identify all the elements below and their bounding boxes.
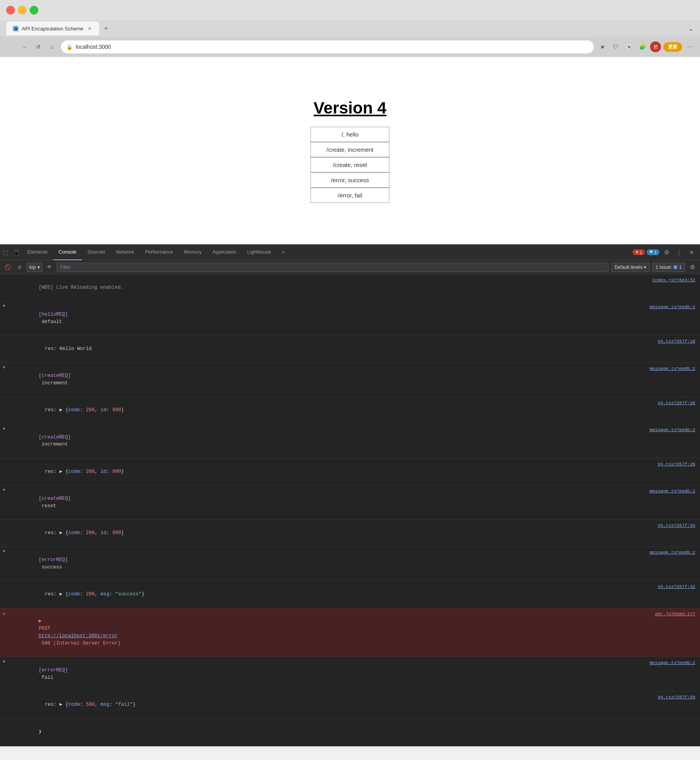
forward-button[interactable]: → [19,41,30,52]
error-badge[interactable]: ✕ 1 [632,249,645,255]
minimize-button[interactable] [18,6,27,14]
tab-title: API Encapsulation Scheme [22,26,84,32]
issue-badge[interactable]: 1 Issue: 1 [652,263,685,272]
profile-button[interactable]: 悠 [650,41,661,52]
expand-icon[interactable]: ▼ [3,304,5,308]
log-text-status: 500 (Internal Server Error) [39,641,121,646]
bookmark-button[interactable]: ★ [597,41,608,52]
extensions-button[interactable]: 🧩 [637,41,648,52]
tab-close-button[interactable]: ✕ [87,25,93,32]
home-button[interactable]: ⌂ [47,41,58,52]
expand-icon[interactable]: ▼ [3,366,5,370]
tab-menu-icon[interactable]: ⌄ [688,24,694,33]
console-filter-icon[interactable]: ⊘ [15,263,24,272]
log-source-post-error[interactable]: xhr.js?b50d:177 [653,609,700,656]
tab-sources[interactable]: Sources [82,245,111,260]
log-content-hello-child: res: Hello World [8,337,656,361]
error-fail-button[interactable]: /error, fail [311,188,389,203]
log-source-reset-header[interactable]: message.ts?ee8b:2 [648,487,700,518]
tab-lighthouse[interactable]: Lighthouse [242,245,277,260]
context-label: top [29,265,36,270]
log-cursor[interactable]: ❯ [8,720,700,744]
shield-button[interactable]: 🛡 [610,41,621,52]
log-row-create1-header: ▼ [createREQ] increment message.ts?ee8b:… [0,363,700,397]
log-text: [helloREQ] [39,312,68,317]
log-content-reset-child: res: ▶ {code: 200, id: 999} [8,521,656,545]
log-row-cursor: ❯ [0,718,700,746]
log-row-create2-child: res: ▶ {code: 200, id: 999} V4.tsx?257f:… [0,458,700,485]
log-levels-selector[interactable]: Default levels ▾ [611,263,650,272]
browser-actions: ★ 🛡 👻 🧩 悠 更新 ⋯ [597,41,695,52]
log-content-errfail-child: res: ▶ {code: 500, msg: "fail"} [8,693,656,717]
log-text: [createREQ] [39,435,71,440]
new-tab-button[interactable]: + [101,23,112,34]
close-devtools-icon[interactable]: ✕ [686,247,697,258]
expand-icon[interactable]: ▶ [39,618,42,624]
more-options-icon[interactable]: ⋮ [673,247,684,258]
log-gutter: ▼ [0,487,8,518]
reload-button[interactable]: ↺ [33,41,44,52]
create-increment-button[interactable]: /create, increment [311,142,389,157]
settings-icon[interactable]: ⚙ [661,247,672,258]
log-source-hello-child[interactable]: V4.tsx?257f:18 [656,337,700,361]
context-selector[interactable]: top ▾ [27,263,43,272]
update-button[interactable]: 更新 [663,42,682,52]
log-text: [errorREQ] [39,668,68,673]
tab-network[interactable]: Network [111,245,140,260]
devtools-panel: ⬚ 📱 Elements Console Sources Network Per… [0,244,700,746]
warning-badge[interactable]: ⚑ 1 [647,249,659,255]
log-source-errfail-header[interactable]: message.ts?ee8b:2 [648,658,700,690]
close-button[interactable] [6,6,15,14]
log-source-create2-child[interactable]: V4.tsx?257f:26 [656,460,700,484]
hello-button[interactable]: /, hello [311,127,389,142]
devtools-cursor-icon[interactable]: ⬚ [0,247,11,258]
log-text: res: ▶ {code: 200, id: 999} [45,469,124,474]
log-content-post-error: ▶ POST http://localhost:3001/error 500 (… [8,609,653,656]
console-settings-icon[interactable]: ⚙ [688,263,697,272]
create-reset-button[interactable]: /create, reset [311,157,389,172]
url-bar[interactable]: 🔒 localhost:3000 [61,40,594,53]
log-row-reset-child: res: ▶ {code: 200, id: 999} V4.tsx?257f:… [0,520,700,547]
maximize-button[interactable] [30,6,38,14]
back-button[interactable]: ← [5,41,16,52]
post-error-url[interactable]: http://localhost:3001/error [39,633,118,639]
log-source-hello-header[interactable]: message.ts?ee8b:2 [648,302,700,334]
tab-application[interactable]: Application [207,245,242,260]
log-row-errsuccess-header: ▼ [errorREQ] success message.ts?ee8b:2 [0,547,700,581]
log-source-create1-header[interactable]: message.ts?ee8b:2 [648,364,700,396]
log-gutter [0,337,8,361]
ghost-extension-button[interactable]: 👻 [624,41,634,52]
eye-icon[interactable]: 👁 [45,263,54,272]
tab-console[interactable]: Console [53,245,82,260]
error-success-button[interactable]: /error, success [311,172,389,188]
log-source-wds[interactable]: index.js?76e4:52 [651,275,700,300]
log-gutter-error: ✕ [0,609,8,656]
menu-button[interactable]: ⋯ [684,41,695,52]
expand-icon[interactable]: ▼ [3,660,5,664]
log-content-errsuccess-header: [errorREQ] success [8,548,648,579]
clear-console-button[interactable]: 🚫 [3,263,12,272]
log-row-hello-header: ▼ [helloREQ] default message.ts?ee8b:2 [0,301,700,336]
page-content: Version 4 /, hello /create, increment /c… [0,57,700,244]
tab-elements[interactable]: Elements [22,245,53,260]
log-source-reset-child[interactable]: V4.tsx?257f:34 [656,521,700,545]
tab-performance[interactable]: Performance [140,245,179,260]
devtools-device-icon[interactable]: 📱 [11,247,22,258]
tab-memory[interactable]: Memory [178,245,207,260]
expand-icon[interactable]: ▼ [3,488,5,492]
log-source-errsuccess-header[interactable]: message.ts?ee8b:2 [648,548,700,579]
expand-icon[interactable]: ▼ [3,427,5,431]
log-source-create2-header[interactable]: message.ts?ee8b:2 [648,425,700,457]
tab-more[interactable]: » [277,245,290,260]
log-source-create1-child[interactable]: V4.tsx?257f:26 [656,398,700,423]
active-tab[interactable]: 🔵 API Encapsulation Scheme ✕ [6,21,99,36]
filter-input[interactable] [57,263,609,272]
log-text: [createREQ] [39,496,71,501]
log-source-errsuccess-child[interactable]: V4.tsx?257f:42 [656,582,700,606]
log-row-hello-child: res: Hello World V4.tsx?257f:18 [0,336,700,362]
log-gutter [0,693,8,717]
tab-favicon: 🔵 [12,25,19,32]
log-source-errfail-child[interactable]: V4.tsx?257f:50 [656,693,700,717]
browser-window: 🔵 API Encapsulation Scheme ✕ + ⌄ ← → ↺ ⌂… [0,0,700,746]
expand-icon[interactable]: ▼ [3,549,5,554]
